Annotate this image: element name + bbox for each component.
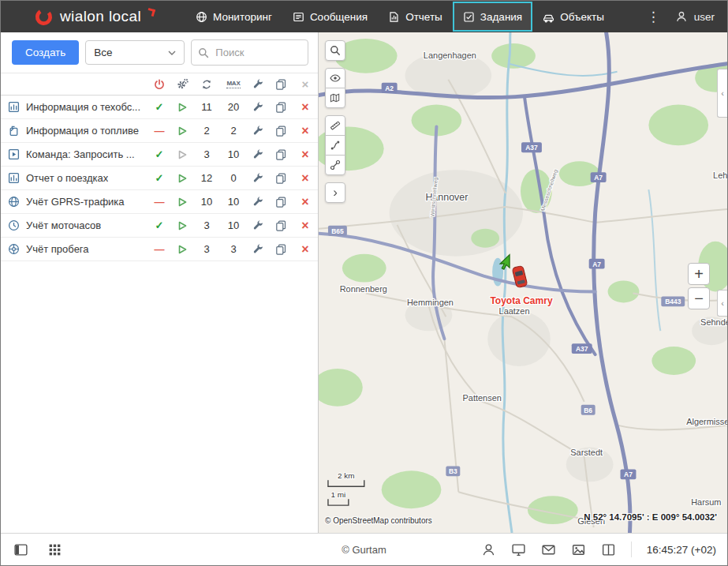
map[interactable]: A2 A37 A7 A7 A7 A37 B65 B443 B6 B3 Lange… (319, 32, 727, 533)
job-edit-button[interactable] (247, 149, 269, 160)
job-delete-button[interactable]: × (293, 196, 318, 208)
job-name-cell[interactable]: Учёт пробега (1, 243, 147, 255)
job-state-toggle[interactable]: — (147, 196, 171, 208)
job-edit-button[interactable] (247, 197, 269, 208)
header-copy-column[interactable] (269, 79, 293, 90)
columns-button[interactable] (601, 542, 616, 557)
create-job-button[interactable]: Создать (12, 40, 79, 65)
job-copy-button[interactable] (269, 197, 293, 208)
jobs-panel: Создать Все (1, 32, 319, 533)
image-button[interactable] (571, 542, 586, 557)
collapsed-panel-handle-mid[interactable]: ‹ (717, 290, 727, 317)
job-exec-count: 3 (193, 243, 220, 255)
user-menu[interactable]: user (675, 10, 715, 23)
max-icon: MAX (226, 80, 240, 88)
monitor-button[interactable] (511, 542, 526, 557)
nav-jobs[interactable]: Задания (453, 2, 532, 32)
job-name-cell[interactable]: Команда: Запросить ... (1, 148, 147, 160)
nav-monitoring[interactable]: Мониторинг (185, 1, 282, 32)
job-name-cell[interactable]: Учёт моточасов (1, 219, 147, 231)
job-delete-button[interactable]: × (293, 101, 318, 114)
job-copy-button[interactable] (269, 173, 293, 184)
svg-text:A7: A7 (592, 261, 601, 268)
job-name-cell[interactable]: Информация о техобс... (1, 101, 147, 113)
header-delete-column[interactable]: × (293, 78, 318, 90)
job-state-toggle[interactable]: ✓ (147, 172, 171, 184)
fuel-report-icon (8, 125, 20, 137)
job-state-toggle[interactable]: ✓ (147, 148, 171, 160)
job-edit-button[interactable] (247, 102, 269, 113)
nav-label: Сообщения (310, 11, 368, 23)
job-state-toggle[interactable]: — (147, 125, 171, 137)
job-name-cell[interactable]: Учёт GPRS-трафика (1, 196, 147, 208)
job-state-toggle[interactable]: — (147, 243, 171, 255)
logo-text: wialon local (60, 8, 141, 25)
job-copy-button[interactable] (269, 220, 293, 231)
map-ruler-button[interactable] (325, 115, 345, 136)
job-row[interactable]: Учёт моточасов ✓ 3 10 × (1, 214, 318, 238)
job-delete-button[interactable]: × (293, 172, 318, 185)
job-row[interactable]: Отчет о поездках ✓ 12 0 × (1, 167, 318, 190)
zoom-control: + − (688, 263, 710, 309)
map-track-button[interactable] (325, 135, 345, 156)
job-max-count: 3 (220, 243, 247, 255)
zoom-in-button[interactable]: + (688, 263, 710, 285)
job-state-toggle[interactable]: ✓ (147, 101, 171, 113)
play-icon (177, 126, 188, 137)
jobs-list: Информация о техобс... ✓ 11 20 × (1, 96, 318, 261)
mail-check-button[interactable] (541, 542, 556, 557)
job-edit-button[interactable] (247, 126, 269, 137)
svg-text:Sehnde: Sehnde (700, 317, 727, 327)
job-run-button[interactable] (171, 244, 193, 255)
collapsed-panel-handle-top[interactable]: ‹ (717, 69, 727, 118)
job-copy-button[interactable] (269, 149, 293, 160)
header-max-column[interactable]: MAX (220, 80, 247, 88)
job-delete-button[interactable]: × (293, 243, 318, 256)
job-run-button[interactable] (171, 220, 193, 231)
apps-grid-button[interactable] (47, 542, 62, 557)
header-state-column[interactable] (147, 79, 171, 90)
copy-icon (275, 79, 286, 90)
job-row[interactable]: Информация о топливе — 2 2 × (1, 119, 318, 143)
nav-messages[interactable]: Сообщения (282, 1, 378, 32)
job-copy-button[interactable] (269, 102, 293, 113)
map-visibility-button[interactable] (325, 68, 345, 88)
job-state-toggle[interactable]: ✓ (147, 219, 171, 231)
job-row[interactable]: Команда: Запросить ... ✓ 3 10 × (1, 143, 318, 167)
job-edit-button[interactable] (247, 173, 269, 184)
job-copy-button[interactable] (269, 126, 293, 137)
job-delete-button[interactable]: × (293, 219, 318, 232)
toggle-left-panel-button[interactable] (13, 542, 28, 557)
nav-units[interactable]: Объекты (532, 1, 614, 32)
header-edit-column[interactable] (247, 79, 269, 90)
job-run-button[interactable] (171, 149, 193, 160)
more-menu-icon[interactable]: ⋮ (644, 9, 663, 25)
job-exec-count: 12 (193, 172, 220, 184)
map-geofence-button[interactable] (325, 155, 345, 175)
job-edit-button[interactable] (247, 220, 269, 231)
job-row[interactable]: Учёт пробега — 3 3 × (1, 238, 318, 261)
job-name-cell[interactable]: Информация о топливе (1, 125, 147, 137)
job-edit-button[interactable] (247, 244, 269, 255)
zoom-out-button[interactable]: − (688, 287, 710, 309)
job-run-button[interactable] (171, 102, 193, 113)
job-copy-button[interactable] (269, 244, 293, 255)
job-run-button[interactable] (171, 126, 193, 137)
map-layers-button[interactable] (325, 88, 345, 108)
job-row[interactable]: Информация о техобс... ✓ 11 20 × (1, 96, 318, 119)
job-delete-button[interactable]: × (293, 125, 318, 137)
header-settings-column[interactable] (171, 78, 193, 90)
header-executions-column[interactable] (193, 79, 220, 90)
jobs-filter-dropdown[interactable]: Все (85, 40, 185, 65)
filter-value: Все (94, 47, 112, 58)
job-run-button[interactable] (171, 173, 193, 184)
job-row[interactable]: Учёт GPRS-трафика — 10 10 × (1, 190, 318, 214)
job-name-cell[interactable]: Отчет о поездках (1, 172, 147, 184)
map-search-button[interactable] (325, 40, 345, 61)
contacts-button[interactable] (481, 542, 496, 557)
job-run-button[interactable] (171, 197, 193, 208)
svg-text:Pattensen: Pattensen (463, 393, 502, 403)
nav-reports[interactable]: Отчеты (378, 1, 453, 32)
job-delete-button[interactable]: × (293, 148, 318, 161)
map-panel-expand-button[interactable]: › (325, 182, 345, 203)
